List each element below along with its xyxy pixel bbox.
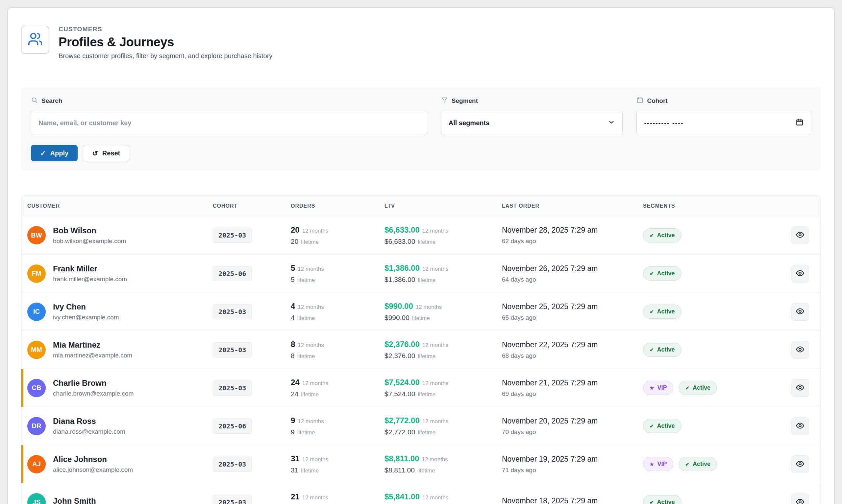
orders-lifetime-unit: lifetime — [297, 315, 315, 321]
apply-button[interactable]: ✓ Apply — [31, 145, 78, 161]
view-customer-button[interactable] — [791, 455, 809, 473]
view-customer-button[interactable] — [791, 265, 809, 283]
table-body: BW Bob Wilson bob.wilson@example.com 202… — [21, 216, 821, 504]
view-customer-button[interactable] — [791, 303, 809, 321]
segment-select[interactable]: All segments — [441, 111, 623, 135]
last-order-date: November 28, 2025 7:29 am — [502, 226, 643, 235]
last-order-ago: 64 days ago — [502, 276, 643, 283]
active-badge: ✔ Active — [678, 457, 717, 471]
col-customer: CUSTOMER — [21, 203, 213, 209]
orders-recent-unit: 12 months — [298, 342, 324, 348]
cohort-badge: 2025-03 — [213, 495, 252, 504]
ltv-recent-unit: 12 months — [422, 228, 448, 234]
table-row: DR Diana Ross diana.ross@example.com 202… — [21, 407, 821, 445]
calendar-icon — [636, 96, 643, 105]
customer-cell: MM Mia Martinez mia.martinez@example.com — [21, 340, 213, 359]
ltv-recent: $6,633.00 — [384, 226, 420, 234]
ltv-lifetime-unit: lifetime — [418, 277, 435, 283]
customer-name: Charlie Brown — [53, 378, 134, 388]
orders-recent: 5 — [291, 264, 295, 272]
avatar: JS — [27, 493, 46, 504]
orders-cell: 3112 months 31lifetime — [291, 454, 384, 474]
customer-name: Bob Wilson — [53, 226, 126, 235]
table-row: JS John Smith 2025-03 2112 months lifeti… — [21, 483, 821, 504]
view-customer-button[interactable] — [791, 417, 809, 435]
cohort-month-input[interactable]: --------- ---- — [636, 111, 811, 135]
page-header: CUSTOMERS Profiles & Journeys Browse cus… — [21, 25, 821, 60]
view-customer-button[interactable] — [791, 227, 809, 244]
customers-table: CUSTOMER COHORT ORDERS LTV LAST ORDER SE… — [21, 196, 821, 504]
orders-lifetime-unit: lifetime — [297, 429, 315, 436]
segment-selected-value: All segments — [449, 119, 489, 127]
search-filter: Search — [31, 96, 427, 135]
ltv-cell: $2,772.0012 months $2,772.00lifetime — [384, 416, 502, 436]
check-icon: ✔ — [650, 309, 654, 314]
eye-icon — [796, 459, 805, 469]
customer-email: ivy.chen@example.com — [53, 314, 119, 321]
cohort-badge: 2025-03 — [213, 342, 252, 358]
reset-button[interactable]: ↺ Reset — [83, 145, 129, 161]
ltv-cell: $990.0012 months $990.00lifetime — [384, 302, 502, 322]
view-customer-button[interactable] — [791, 379, 809, 397]
last-order-ago: 71 days ago — [502, 467, 643, 474]
orders-lifetime: 4 — [291, 314, 295, 321]
last-order-cell: November 18, 2025 7:29 am — [502, 497, 643, 504]
ltv-cell: $2,376.0012 months $2,376.00lifetime — [384, 340, 502, 360]
ltv-lifetime: $7,524.00 — [384, 390, 415, 398]
orders-lifetime: 5 — [291, 276, 295, 283]
customer-cell: DR Diana Ross diana.ross@example.com — [21, 417, 213, 435]
customer-cell: IC Ivy Chen ivy.chen@example.com — [21, 302, 213, 321]
col-orders: ORDERS — [291, 203, 384, 209]
customer-cell: BW Bob Wilson bob.wilson@example.com — [21, 226, 213, 245]
orders-lifetime-unit: lifetime — [301, 468, 319, 474]
users-icon — [28, 32, 43, 48]
active-badge: ✔ Active — [678, 381, 717, 395]
star-icon: ★ — [650, 385, 654, 390]
customer-email: bob.wilson@example.com — [53, 237, 126, 245]
col-cohort: COHORT — [213, 203, 291, 209]
eye-icon — [796, 230, 805, 240]
ltv-recent-unit: 12 months — [416, 304, 442, 310]
ltv-lifetime: $990.00 — [384, 314, 410, 321]
cohort-cell: 2025-06 — [213, 418, 291, 434]
search-label: Search — [31, 96, 427, 105]
filter-panel: Search Segment All segments — [21, 87, 821, 170]
ltv-cell: $5,841.0012 months lifetime — [384, 492, 502, 504]
customer-name: Ivy Chen — [53, 302, 119, 311]
ltv-lifetime-unit: lifetime — [418, 391, 435, 398]
eye-icon — [796, 269, 805, 278]
segment-label: Segment — [441, 96, 623, 105]
customer-email: alice.johnson@example.com — [53, 466, 133, 473]
search-icon — [31, 96, 38, 105]
ltv-lifetime-unit: lifetime — [418, 429, 435, 436]
actions-cell — [779, 341, 821, 359]
eye-icon — [796, 383, 805, 393]
ltv-cell: $6,633.0012 months $6,633.00lifetime — [384, 226, 502, 246]
header-text: CUSTOMERS Profiles & Journeys Browse cus… — [58, 25, 272, 60]
funnel-icon — [441, 96, 448, 105]
search-input[interactable] — [31, 111, 427, 135]
eye-icon — [796, 498, 805, 504]
last-order-cell: November 21, 2025 7:29 am 69 days ago — [502, 378, 643, 398]
cohort-cell: 2025-03 — [213, 495, 291, 504]
segments-cell: ✔ Active — [643, 305, 779, 319]
orders-lifetime: 20 — [291, 237, 298, 245]
ltv-lifetime: $2,772.00 — [384, 428, 415, 436]
view-customer-button[interactable] — [791, 493, 809, 504]
last-order-date: November 18, 2025 7:29 am — [502, 497, 643, 504]
col-last-order: LAST ORDER — [502, 203, 643, 209]
orders-recent-unit: 12 months — [302, 494, 328, 501]
ltv-recent: $7,524.00 — [384, 378, 420, 387]
last-order-date: November 19, 2025 7:29 am — [502, 455, 643, 464]
view-customer-button[interactable] — [791, 341, 809, 359]
ltv-recent-unit: 12 months — [422, 380, 448, 386]
active-badge: ✔ Active — [643, 419, 682, 433]
avatar: FM — [27, 265, 46, 283]
page-title: Profiles & Journeys — [58, 35, 272, 49]
actions-cell — [779, 493, 821, 504]
segment-filter: Segment All segments — [441, 96, 623, 135]
last-order-cell: November 25, 2025 7:29 am 65 days ago — [502, 302, 643, 321]
vip-badge: ★ VIP — [643, 457, 673, 471]
date-picker-icon[interactable] — [796, 118, 804, 128]
ltv-cell: $7,524.0012 months $7,524.00lifetime — [384, 378, 502, 398]
